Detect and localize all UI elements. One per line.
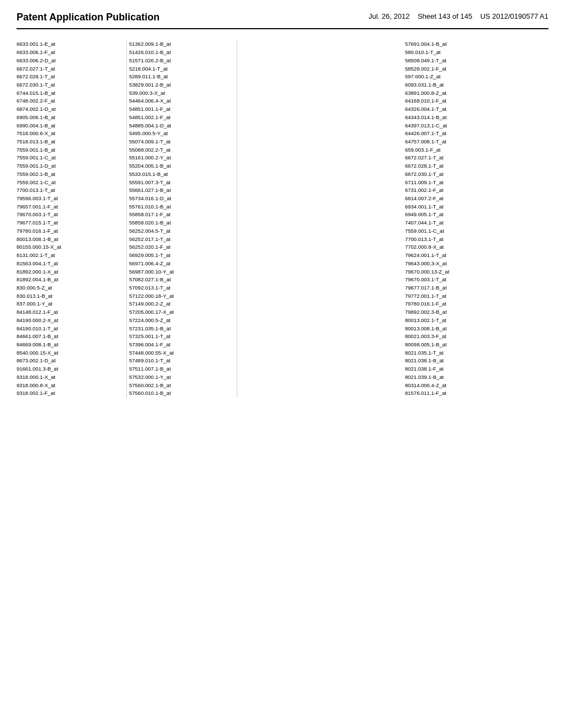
column-left: 6633.001.1-E_at6633.006.1-F_at6633.006.2… <box>17 40 127 398</box>
list-item: 57560.002.1-B_at <box>129 382 234 390</box>
column-mid: 51362.009.1-B_at51426.010.1-B_at51571.02… <box>127 40 237 398</box>
list-item: 5289.011.1-B_at <box>129 73 234 81</box>
list-item: 6672.028.1-T_at <box>17 73 124 81</box>
list-item: 830.000.5-Z_at <box>17 284 124 292</box>
list-item: 64757.008.1-T_at <box>405 138 513 146</box>
sheet-info: Sheet 143 of 145 <box>418 12 472 20</box>
list-item: 57082.027.1-B_at <box>129 276 234 284</box>
list-item: 84190.000.2-X_at <box>17 317 124 325</box>
list-item: 6633.001.1-E_at <box>17 40 124 49</box>
list-item: 8021.039.1-B_at <box>405 373 513 382</box>
list-item: 6814.007.2-F_at <box>405 195 513 203</box>
list-item: 7407.044.1-T_at <box>405 219 513 227</box>
list-item: 55161.000.2-Y_at <box>129 154 234 162</box>
list-item: 81892.000.1-X_at <box>17 268 124 276</box>
list-item: 79624.001.1-T_at <box>405 251 513 260</box>
list-item: 8021.038.1-B_at <box>405 357 513 365</box>
list-item: 7702.000.8-X_at <box>405 243 513 251</box>
list-item: 55858.017.1-F_at <box>129 211 234 219</box>
list-item: 64343.014.1-B_at <box>405 114 513 122</box>
list-item: 7700.013.1-T_at <box>405 235 513 244</box>
list-item: 55858.020.1-B_at <box>129 219 234 227</box>
list-item: 8021.035.1-T_at <box>405 349 513 357</box>
list-item: 6949.005.1-T_at <box>405 211 513 219</box>
list-item: 58528.002.1-F_at <box>405 65 513 73</box>
list-item: 54851.001.1-F_at <box>129 105 234 114</box>
list-item: 84190.010.1-T_at <box>17 325 124 333</box>
list-item: 6934.001.1-T_at <box>405 203 513 211</box>
list-item: 55661.027.1-B_at <box>129 186 234 195</box>
list-item: 6990.004.1-B_at <box>17 122 124 130</box>
header: Patent Application Publication Jul. 26, … <box>17 11 548 29</box>
list-item: 64426.007.1-T_at <box>405 130 513 138</box>
list-item: 57122.000.18-Y_at <box>129 292 234 301</box>
list-item: 58508.049.1-T_at <box>405 57 513 65</box>
page: Patent Application Publication Jul. 26, … <box>0 0 565 728</box>
list-item: 6711.009.1-T_at <box>405 179 513 187</box>
list-item: 80314.000.4-Z_at <box>405 382 513 390</box>
list-item: 80021.003.3-F_at <box>405 333 513 341</box>
header-meta: Jul. 26, 2012 Sheet 143 of 145 US 2012/0… <box>369 11 548 23</box>
list-item: 7559.001.1-C_at <box>405 227 513 235</box>
list-item: 54464.006.4-X_at <box>129 97 234 105</box>
list-item: 55761.010.1-B_at <box>129 203 234 211</box>
list-item: 5495.000.5-Y_at <box>129 130 234 138</box>
list-item: 79643.000.3-X_at <box>405 260 513 268</box>
list-item: 79677.015.1-T_at <box>17 219 124 227</box>
list-item: 6744.015.1-B_at <box>17 89 124 98</box>
publication-date: Jul. 26, 2012 <box>369 12 409 20</box>
list-item: 837.000.1-Y_at <box>17 300 124 308</box>
list-item: 80155.000.15-X_at <box>17 243 124 251</box>
list-item: 84669.008.1-B_at <box>17 341 124 349</box>
list-item: 9318.000.8-X_at <box>17 382 124 390</box>
list-item: 56929.005.1-T_at <box>129 251 234 260</box>
list-item: 56252.004.5-T_at <box>129 227 234 235</box>
list-item: 55734.016.1-D_at <box>129 195 234 203</box>
list-item: 8673.002.1-D_at <box>17 357 124 365</box>
list-item: 6672.030.1-T_at <box>17 81 124 89</box>
list-item: 79670.003.1-T_at <box>17 211 124 219</box>
list-item: 57511.007.1-B_at <box>129 365 234 373</box>
list-item: 55088.002.2-T_at <box>129 146 234 154</box>
list-item: 81563.004.1-T_at <box>17 260 124 268</box>
list-item: 64168.010.1-F_at <box>405 97 513 105</box>
list-item: 7559.002.1-C_at <box>17 179 124 187</box>
list-item: 64397.013.1-C_at <box>405 122 513 130</box>
list-item: 79780.016.1-F_at <box>17 227 124 235</box>
list-item: 57396.004.1-F_at <box>129 341 234 349</box>
list-item: 79657.001.1-F_at <box>17 203 124 211</box>
list-item: 80013.008.1-B_at <box>405 325 513 333</box>
list-item: 54885.004.1-D_at <box>129 122 234 130</box>
list-item: 56252.020.1-F_at <box>129 243 234 251</box>
list-item: 81576.011.1-F_at <box>405 389 513 398</box>
list-item: 57691.004.1-B_at <box>405 40 513 49</box>
list-item: 6672.027.1-T_at <box>17 65 124 73</box>
list-item: 6672.027.1-T_at <box>405 154 513 162</box>
list-item: 7700.013.1-T_at <box>17 186 124 195</box>
list-item: 6672.028.1-T_at <box>405 162 513 170</box>
list-item: 6633.006.2-D_at <box>17 57 124 65</box>
list-item: 6874.002.1-D_at <box>17 105 124 114</box>
list-item: 7559.001.1-C_at <box>17 154 124 162</box>
list-item: 830.013.1-B_at <box>17 292 124 301</box>
list-item: 6731.002.1-F_at <box>405 186 513 195</box>
list-item: 57560.010.1-B_at <box>129 389 234 398</box>
list-item: 57489.010.1-T_at <box>129 357 234 365</box>
list-item: 6633.006.1-F_at <box>17 49 124 57</box>
column-spacer <box>237 40 403 398</box>
list-item: 80098.005.1-B_at <box>405 341 513 349</box>
list-item: 80013.002.1-T_at <box>405 317 513 325</box>
list-item: 57448.000.55-X_at <box>129 349 234 357</box>
list-item: 8021.038.1-F_at <box>405 365 513 373</box>
list-item: 539.000.3-X_at <box>129 89 234 98</box>
list-item: 79892.002.3-B_at <box>405 308 513 317</box>
list-item: 9318.002.1-F_at <box>17 389 124 398</box>
list-item: 55204.005.1-B_at <box>129 162 234 170</box>
list-item: 57224.000.5-Z_at <box>129 317 234 325</box>
list-item: 56971.006.4-Z_at <box>129 260 234 268</box>
list-item: 79670.003.1-T_at <box>405 276 513 284</box>
column-right: 57691.004.1-B_at580.010.1-T_at58508.049.… <box>403 40 513 398</box>
list-item: 54851.002.1-F_at <box>129 114 234 122</box>
list-item: 56987.000.10-Y_at <box>129 268 234 276</box>
list-item: 57149.000.2-Z_at <box>129 300 234 308</box>
